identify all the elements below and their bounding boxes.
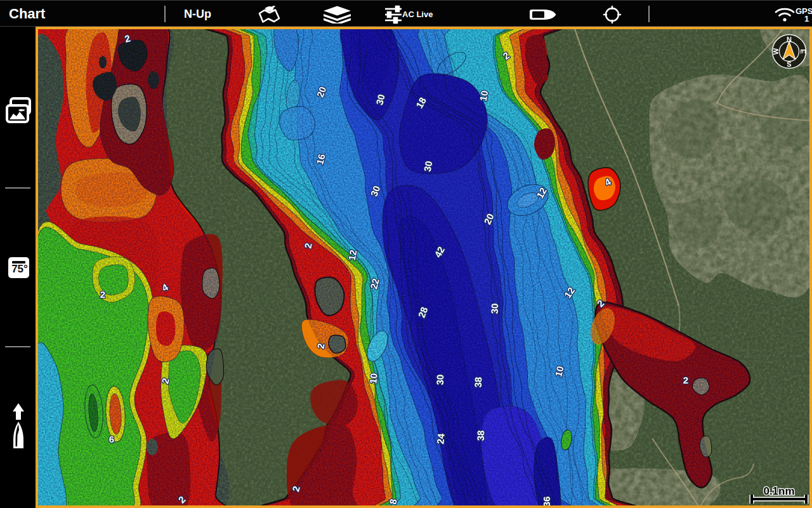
svg-text:38: 38 <box>475 430 487 441</box>
svg-text:0.1nm: 0.1nm <box>763 485 794 497</box>
svg-text:36: 36 <box>541 497 552 505</box>
svg-text:S: S <box>787 60 791 68</box>
svg-text:2: 2 <box>100 289 105 300</box>
svg-text:30: 30 <box>422 160 435 172</box>
svg-text:N: N <box>787 36 792 43</box>
svg-text:10: 10 <box>367 373 379 384</box>
svg-text:6: 6 <box>109 434 114 444</box>
svg-text:E: E <box>799 49 807 53</box>
svg-text:24: 24 <box>435 432 446 444</box>
svg-text:30: 30 <box>435 374 446 385</box>
svg-text:30: 30 <box>489 303 501 314</box>
svg-text:2: 2 <box>683 375 688 385</box>
svg-text:38: 38 <box>473 377 484 387</box>
svg-text:10: 10 <box>478 90 490 102</box>
svg-text:12: 12 <box>346 249 359 261</box>
svg-text:W: W <box>772 48 780 55</box>
